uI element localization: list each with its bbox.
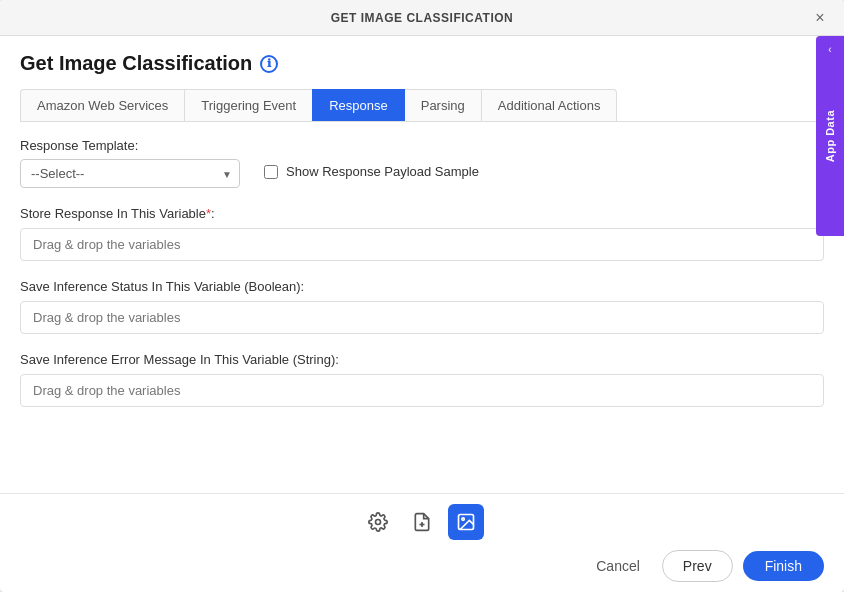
inference-error-row: Save Inference Error Message In This Var… — [20, 350, 824, 407]
modal-header: Get Image Classification ℹ — [20, 52, 824, 75]
tab-triggering[interactable]: Triggering Event — [184, 89, 313, 121]
title-bar: GET IMAGE CLASSIFICATION × — [0, 0, 844, 36]
cancel-button[interactable]: Cancel — [584, 552, 652, 580]
template-select-group: Response Template: --Select-- ▼ — [20, 138, 240, 188]
close-button[interactable]: × — [808, 6, 832, 30]
modal-footer: Cancel Prev Finish — [0, 493, 844, 592]
image-classify-icon — [456, 512, 476, 532]
store-label: Store Response In This Variable*: — [20, 206, 215, 221]
required-marker: * — [206, 206, 211, 221]
app-data-label: App Data — [824, 110, 836, 162]
inference-status-label: Save Inference Status In This Variable (… — [20, 279, 304, 294]
footer-icons — [20, 504, 824, 540]
document-icon — [412, 512, 432, 532]
modal-title: GET IMAGE CLASSIFICATION — [331, 11, 513, 25]
tab-response[interactable]: Response — [312, 89, 405, 121]
template-label: Response Template: — [20, 138, 240, 153]
modal-dialog: GET IMAGE CLASSIFICATION × ‹ App Data Ge… — [0, 0, 844, 592]
inference-error-label: Save Inference Error Message In This Var… — [20, 352, 339, 367]
gear-icon — [368, 512, 388, 532]
prev-button[interactable]: Prev — [662, 550, 733, 582]
inference-status-row: Save Inference Status In This Variable (… — [20, 277, 824, 334]
sidebar-chevron-icon: ‹ — [828, 44, 831, 55]
modal-content: Get Image Classification ℹ Amazon Web Se… — [0, 36, 844, 493]
template-select-wrapper: --Select-- ▼ — [20, 159, 240, 188]
footer-actions: Cancel Prev Finish — [20, 550, 824, 582]
app-data-sidebar[interactable]: ‹ App Data — [816, 36, 844, 236]
template-select[interactable]: --Select-- — [20, 159, 240, 188]
template-row: Response Template: --Select-- ▼ Show Res… — [20, 138, 824, 188]
show-payload-checkbox[interactable] — [264, 165, 278, 179]
page-title: Get Image Classification — [20, 52, 252, 75]
finish-button[interactable]: Finish — [743, 551, 824, 581]
show-payload-label: Show Response Payload Sample — [286, 164, 479, 179]
payload-checkbox-row: Show Response Payload Sample — [264, 164, 479, 179]
svg-point-0 — [376, 520, 381, 525]
tab-amazon[interactable]: Amazon Web Services — [20, 89, 185, 121]
store-response-input[interactable] — [20, 228, 824, 261]
inference-error-input[interactable] — [20, 374, 824, 407]
settings-icon-button[interactable] — [360, 504, 396, 540]
form-section: Response Template: --Select-- ▼ Show Res… — [20, 138, 824, 493]
document-icon-button[interactable] — [404, 504, 440, 540]
inference-status-input[interactable] — [20, 301, 824, 334]
svg-point-4 — [462, 518, 465, 521]
image-classify-icon-button[interactable] — [448, 504, 484, 540]
store-response-row: Store Response In This Variable*: — [20, 204, 824, 261]
tab-parsing[interactable]: Parsing — [404, 89, 482, 121]
info-icon[interactable]: ℹ — [260, 55, 278, 73]
tab-additional-actions[interactable]: Additional Actions — [481, 89, 618, 121]
tabs-bar: Amazon Web Services Triggering Event Res… — [20, 89, 824, 122]
